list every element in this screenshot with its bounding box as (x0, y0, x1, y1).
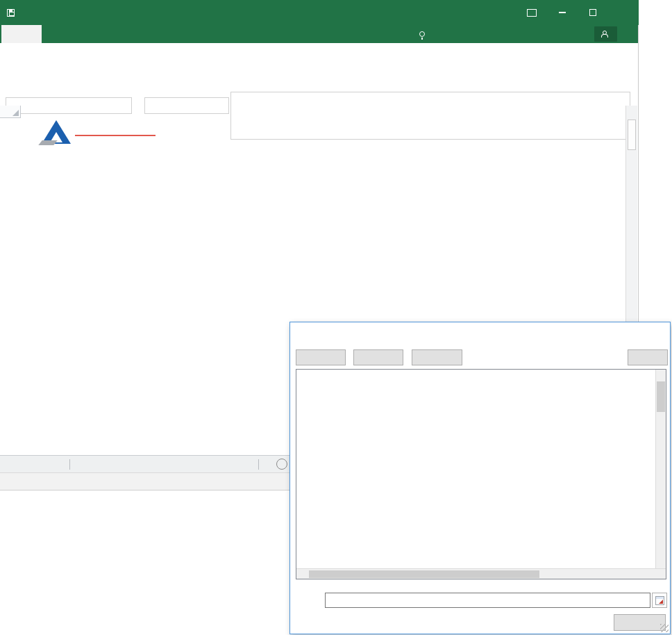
person-icon (600, 31, 607, 38)
formula-buttons (144, 97, 229, 114)
scroll-up-icon[interactable] (626, 106, 638, 117)
scrollbar-thumb[interactable] (309, 570, 539, 578)
new-button[interactable] (296, 349, 346, 365)
edit-button[interactable] (353, 349, 403, 365)
vertex-systems-logo (40, 119, 158, 147)
lightbulb-icon (419, 31, 425, 37)
scroll-right-icon[interactable] (655, 569, 666, 579)
scroll-down-icon[interactable] (656, 558, 666, 568)
delete-button[interactable] (412, 349, 462, 365)
list-vertical-scrollbar[interactable] (655, 370, 666, 568)
formula-row (0, 43, 639, 106)
scrollbar-thumb[interactable] (657, 381, 665, 412)
refers-to-input[interactable] (325, 593, 650, 608)
maximize-icon[interactable] (578, 0, 608, 25)
scroll-up-icon[interactable] (656, 370, 666, 380)
ribbon-display-options-icon[interactable] (516, 0, 547, 25)
name-box[interactable] (6, 97, 132, 114)
tab-file[interactable] (1, 25, 42, 43)
enter-icon[interactable] (308, 594, 319, 607)
ribbon-tab-bar (0, 25, 639, 43)
minimize-icon[interactable] (547, 0, 578, 25)
scrollbar-thumb[interactable] (628, 119, 636, 150)
new-sheet-icon[interactable] (276, 459, 287, 470)
tell-me-box[interactable] (419, 25, 428, 43)
list-horizontal-scrollbar[interactable] (296, 568, 666, 579)
names-list[interactable] (296, 369, 666, 579)
select-all-corner[interactable] (0, 106, 21, 118)
resize-grip[interactable] (660, 624, 669, 632)
screen (0, 0, 672, 635)
filter-button[interactable] (628, 349, 668, 365)
collapse-dialog-icon[interactable] (652, 593, 667, 608)
close-button[interactable] (614, 614, 666, 631)
title-bar (0, 0, 639, 25)
dialog-close-icon[interactable] (648, 327, 666, 343)
close-icon[interactable] (608, 0, 639, 25)
window-controls (516, 0, 639, 25)
share-button[interactable] (594, 26, 617, 42)
name-manager-dialog (289, 322, 671, 634)
cancel-icon[interactable] (296, 594, 307, 607)
scroll-left-icon[interactable] (296, 569, 307, 579)
formula-bar-input[interactable] (230, 92, 630, 140)
help-icon[interactable] (622, 329, 636, 343)
